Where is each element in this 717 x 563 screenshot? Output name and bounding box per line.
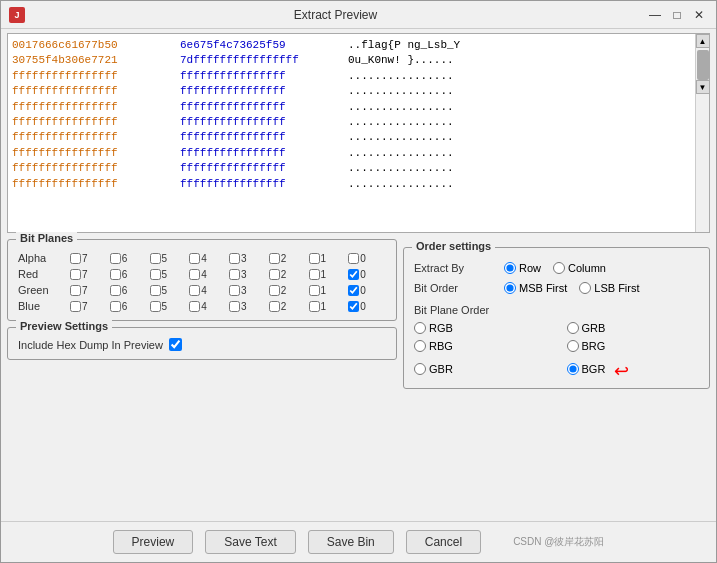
checkbox-blue-0[interactable] (348, 301, 359, 312)
extract-by-row-label: Row (519, 262, 541, 274)
checkbox-green-6[interactable] (110, 285, 121, 296)
checkbox-red-3[interactable] (229, 269, 240, 280)
checkbox-red-7[interactable] (70, 269, 81, 280)
checkbox-blue-1[interactable] (309, 301, 320, 312)
channel-label-alpha: Alpha (18, 252, 68, 264)
checkbox-alpha-6[interactable] (110, 253, 121, 264)
bit-planes-grid: Alpha76543210Red76543210Green76543210Blu… (18, 252, 386, 312)
checkbox-alpha-1[interactable] (309, 253, 320, 264)
checkbox-red-5[interactable] (150, 269, 161, 280)
checkbox-green-5[interactable] (150, 285, 161, 296)
include-hex-checkbox[interactable] (169, 338, 182, 351)
checkbox-alpha-0[interactable] (348, 253, 359, 264)
checkbox-red-4[interactable] (189, 269, 200, 280)
checkbox-blue-6[interactable] (110, 301, 121, 312)
checkbox-blue-2[interactable] (269, 301, 280, 312)
checkbox-red-6[interactable] (110, 269, 121, 280)
bit-plane-radio-rgb[interactable] (414, 322, 426, 334)
scroll-down-button[interactable]: ▼ (696, 80, 710, 94)
msb-first-radio[interactable] (504, 282, 516, 294)
extract-by-column-option: Column (553, 262, 606, 274)
text-col3: ................ (348, 146, 454, 161)
java-icon: J (9, 7, 25, 23)
hex-col2: ffffffffffffffff (180, 146, 340, 161)
scroll-thumb[interactable] (697, 50, 709, 80)
bit-label-red-4: 4 (201, 269, 207, 280)
checkbox-red-0[interactable] (348, 269, 359, 280)
bit-plane-radio-brg[interactable] (567, 340, 579, 352)
text-col3: ................ (348, 177, 454, 192)
bit-cell-red-3: 3 (229, 269, 267, 280)
bit-label-red-3: 3 (241, 269, 247, 280)
bit-plane-label-gbr: GBR (429, 363, 453, 375)
bit-cell-alpha-0: 0 (348, 253, 386, 264)
hex-col1: ffffffffffffffff (12, 130, 172, 145)
bit-plane-label-rgb: RGB (429, 322, 453, 334)
bit-plane-radio-gbr[interactable] (414, 363, 426, 375)
bit-plane-option-grb: GRB (567, 322, 700, 334)
checkbox-green-7[interactable] (70, 285, 81, 296)
checkbox-green-0[interactable] (348, 285, 359, 296)
checkbox-blue-5[interactable] (150, 301, 161, 312)
channel-label-blue: Blue (18, 300, 68, 312)
bit-cell-alpha-3: 3 (229, 253, 267, 264)
checkbox-green-1[interactable] (309, 285, 320, 296)
text-col3: ................ (348, 115, 454, 130)
checkbox-blue-4[interactable] (189, 301, 200, 312)
bit-label-red-0: 0 (360, 269, 366, 280)
bit-label-blue-0: 0 (360, 301, 366, 312)
bit-cell-blue-0: 0 (348, 301, 386, 312)
bit-cell-blue-2: 2 (269, 301, 307, 312)
checkbox-green-2[interactable] (269, 285, 280, 296)
lsb-first-option: LSB First (579, 282, 639, 294)
preview-button[interactable]: Preview (113, 530, 194, 554)
bit-plane-radio-grb[interactable] (567, 322, 579, 334)
bit-plane-radio-bgr[interactable] (567, 363, 579, 375)
checkbox-green-4[interactable] (189, 285, 200, 296)
bit-plane-radio-rbg[interactable] (414, 340, 426, 352)
preview-line: ffffffffffffffffffffffffffffffff........… (12, 130, 691, 145)
checkbox-red-1[interactable] (309, 269, 320, 280)
vertical-scrollbar[interactable]: ▲ ▼ (695, 34, 709, 232)
bit-label-green-2: 2 (281, 285, 287, 296)
lsb-first-radio[interactable] (579, 282, 591, 294)
bit-cell-blue-3: 3 (229, 301, 267, 312)
checkbox-alpha-7[interactable] (70, 253, 81, 264)
checkbox-alpha-5[interactable] (150, 253, 161, 264)
extract-by-row-radio[interactable] (504, 262, 516, 274)
text-col3: ................ (348, 84, 454, 99)
hex-col2: ffffffffffffffff (180, 84, 340, 99)
bit-label-green-3: 3 (241, 285, 247, 296)
extract-by-column-radio[interactable] (553, 262, 565, 274)
bit-label-green-7: 7 (82, 285, 88, 296)
close-button[interactable]: ✕ (690, 6, 708, 24)
save-bin-button[interactable]: Save Bin (308, 530, 394, 554)
checkbox-alpha-4[interactable] (189, 253, 200, 264)
hex-col2: 7dffffffffffffffff (180, 53, 340, 68)
maximize-button[interactable]: □ (668, 6, 686, 24)
checkbox-red-2[interactable] (269, 269, 280, 280)
channel-label-green: Green (18, 284, 68, 296)
cancel-button[interactable]: Cancel (406, 530, 481, 554)
checkbox-blue-7[interactable] (70, 301, 81, 312)
bit-label-blue-1: 1 (321, 301, 327, 312)
hex-col1: ffffffffffffffff (12, 84, 172, 99)
hex-col2: ffffffffffffffff (180, 69, 340, 84)
checkbox-blue-3[interactable] (229, 301, 240, 312)
text-col3: ................ (348, 100, 454, 115)
bit-cell-alpha-6: 6 (110, 253, 148, 264)
minimize-button[interactable]: — (646, 6, 664, 24)
checkbox-green-3[interactable] (229, 285, 240, 296)
bottom-bar: Preview Save Text Save Bin Cancel CSDN @… (1, 521, 716, 562)
main-window: J Extract Preview — □ ✕ 0017666c61677b50… (0, 0, 717, 563)
save-text-button[interactable]: Save Text (205, 530, 295, 554)
preview-settings-row: Include Hex Dump In Preview (18, 338, 386, 351)
scroll-up-button[interactable]: ▲ (696, 34, 710, 48)
checkbox-alpha-3[interactable] (229, 253, 240, 264)
bit-label-green-4: 4 (201, 285, 207, 296)
bit-label-red-6: 6 (122, 269, 128, 280)
checkbox-alpha-2[interactable] (269, 253, 280, 264)
bit-plane-order-grid: RGBGRBRBGBRGGBRBGR↩ (414, 322, 699, 380)
title-bar-left: J (9, 7, 25, 23)
bit-label-blue-6: 6 (122, 301, 128, 312)
